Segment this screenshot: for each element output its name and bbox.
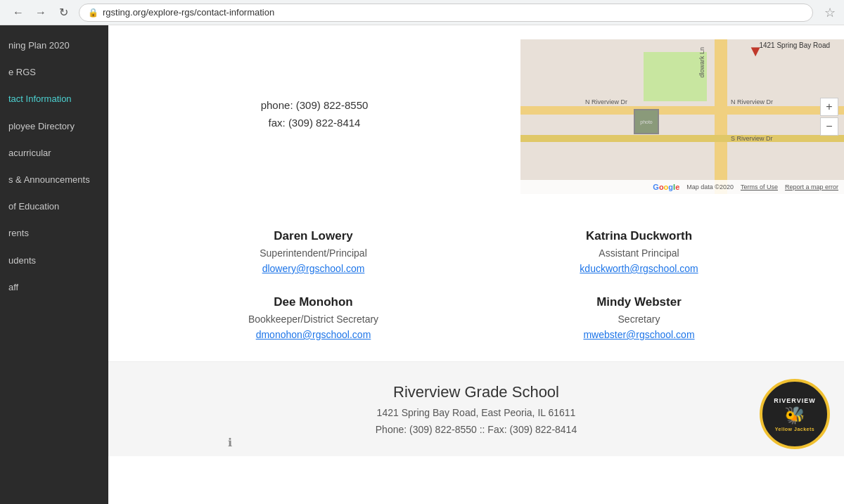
map-pin-icon: ▼ [748, 42, 763, 60]
map-address-label: 1421 Spring Bay Road [759, 41, 830, 49]
phone-text: phone: (309) 822-8550 [261, 99, 369, 111]
staff-email-0[interactable]: dlowery@rgschool.com [262, 263, 365, 274]
map-zoom-controls: + − [820, 98, 838, 136]
staff-email-1[interactable]: kduckworth@rgschool.com [580, 263, 698, 274]
footer-school-name: Riverview Grade School [393, 383, 559, 401]
map-data-label: Map data ©2020 [686, 183, 734, 190]
map-footer: Google Map data ©2020 Terms of Use Repor… [520, 180, 844, 194]
map-zoom-out-button[interactable]: − [820, 117, 838, 136]
logo-text-top: RIVERVIEW [774, 398, 815, 405]
info-icon[interactable]: ℹ [228, 436, 232, 449]
map-thumbnail: photo [634, 109, 659, 134]
map-horizontal-road-2 [520, 135, 844, 142]
url-text: rgsting.org/explore-rgs/contact-informat… [103, 7, 274, 18]
bookmark-icon[interactable]: ☆ [824, 5, 836, 20]
map-dlowark-label: dlowark Ln [698, 47, 705, 78]
footer-text-block: Riverview Grade School 1421 Spring Bay R… [122, 383, 830, 435]
map-riverview-s-label: S Riverview Dr [731, 135, 773, 142]
map-riverview-n-label: N Riverview Dr [585, 98, 627, 105]
staff-title-0: Superintendent/Principal [260, 247, 367, 259]
map-container[interactable]: 1421 Spring Bay Road dlowark Ln N Riverv… [520, 39, 844, 194]
contact-info-block: phone: (309) 822-8550 fax: (309) 822-841… [108, 39, 520, 194]
footer-address: 1421 Spring Bay Road, East Peoria, IL 61… [377, 407, 576, 418]
staff-title-1: Assistant Principal [599, 247, 679, 259]
fax-text: fax: (309) 822-8414 [269, 117, 361, 129]
staff-name-1: Katrina Duckworth [586, 229, 692, 243]
staff-card-1: Katrina Duckworth Assistant Principal kd… [476, 229, 802, 274]
page-footer: Riverview Grade School 1421 Spring Bay R… [108, 362, 844, 456]
refresh-button[interactable]: ↻ [53, 3, 73, 22]
address-bar[interactable]: 🔒 rgsting.org/explore-rgs/contact-inform… [79, 4, 813, 22]
staff-name-2: Dee Monohon [274, 295, 352, 309]
sidebar-item-students[interactable]: udents [0, 247, 108, 274]
map-vertical-road [715, 39, 727, 194]
staff-email-3[interactable]: mwebster@rgschool.com [583, 329, 694, 340]
map-terms-link[interactable]: Terms of Use [741, 183, 778, 190]
staff-name-0: Daren Lowery [274, 229, 352, 243]
sidebar-item-extracurricular[interactable]: acurricular [0, 140, 108, 167]
footer-phone-fax: Phone: (309) 822-8550 :: Fax: (309) 822-… [376, 424, 577, 435]
sidebar-item-employee-dir[interactable]: ployee Directory [0, 113, 108, 140]
sidebar-item-contact-info[interactable]: tact Information [0, 86, 108, 112]
google-logo: Google [653, 183, 679, 191]
sidebar-item-explore-rgs[interactable]: e RGS [0, 59, 108, 86]
logo-bee-icon: 🐝 [784, 406, 805, 425]
staff-grid: Daren Lowery Superintendent/Principal dl… [108, 208, 844, 362]
main-wrapper: ning Plan 2020 e RGS tact Information pl… [0, 25, 844, 504]
map-riverview-n2-label: N Riverview Dr [731, 98, 773, 105]
forward-button[interactable]: → [31, 3, 51, 22]
top-section: phone: (309) 822-8550 fax: (309) 822-841… [108, 25, 844, 208]
staff-card-2: Dee Monohon Bookkeeper/District Secretar… [151, 295, 476, 340]
back-button[interactable]: ← [8, 3, 28, 22]
staff-name-3: Mindy Webster [596, 295, 682, 309]
sidebar-item-education[interactable]: of Education [0, 193, 108, 220]
staff-title-2: Bookkeeper/District Secretary [248, 314, 378, 325]
lock-icon: 🔒 [88, 8, 98, 18]
map-horizontal-road-1 [520, 106, 844, 115]
staff-email-2[interactable]: dmonohon@rgschool.com [256, 329, 371, 340]
nav-buttons: ← → ↻ [8, 3, 73, 22]
staff-card-0: Daren Lowery Superintendent/Principal dl… [151, 229, 476, 274]
content-area: phone: (309) 822-8550 fax: (309) 822-841… [108, 25, 844, 504]
logo-text-bottom: Yellow Jackets [775, 427, 814, 432]
sidebar-item-parents[interactable]: rents [0, 220, 108, 247]
sidebar-item-news[interactable]: s & Announcements [0, 167, 108, 193]
school-logo: RIVERVIEW 🐝 Yellow Jackets [760, 379, 830, 449]
browser-bar: ← → ↻ 🔒 rgsting.org/explore-rgs/contact-… [0, 0, 844, 25]
staff-title-3: Secretary [618, 314, 660, 325]
map-background: 1421 Spring Bay Road dlowark Ln N Riverv… [520, 39, 844, 194]
staff-card-3: Mindy Webster Secretary mwebster@rgschoo… [476, 295, 802, 340]
map-zoom-in-button[interactable]: + [820, 98, 838, 116]
map-report-link[interactable]: Report a map error [785, 183, 838, 190]
sidebar: ning Plan 2020 e RGS tact Information pl… [0, 25, 108, 504]
sidebar-item-learning-plan[interactable]: ning Plan 2020 [0, 32, 108, 59]
map-green-area [644, 52, 707, 101]
sidebar-item-staff[interactable]: aff [0, 274, 108, 301]
